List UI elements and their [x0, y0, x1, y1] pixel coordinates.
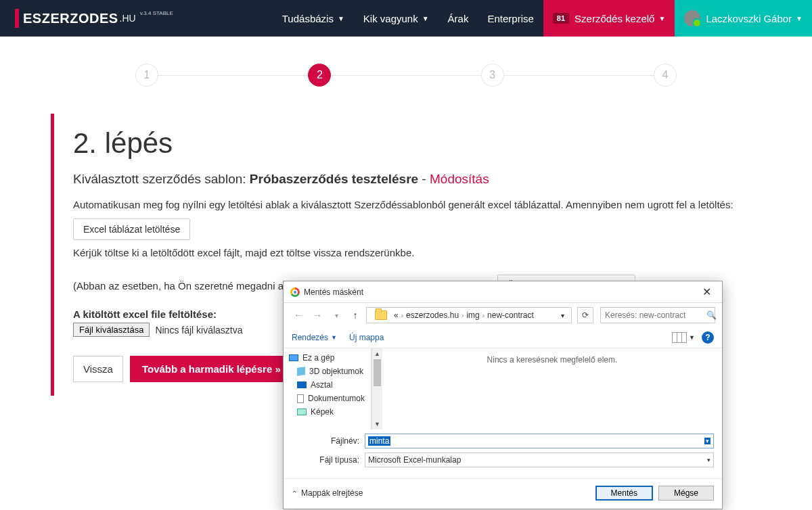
- step-1[interactable]: 1: [135, 64, 158, 87]
- scroll-thumb[interactable]: [374, 359, 381, 386]
- desktop-icon: [297, 381, 307, 388]
- nav-up-icon[interactable]: ↑: [347, 307, 363, 323]
- nav-szerzodes-kezelo[interactable]: 81 Szerződés kezelő ▼: [543, 0, 675, 37]
- caret-down-icon: ▼: [338, 15, 344, 22]
- filetype-select[interactable]: Microsoft Excel-munkalap ▾: [365, 453, 714, 467]
- crumb-item[interactable]: new-contract: [487, 310, 534, 320]
- tree-item-pc[interactable]: Ez a gép: [288, 351, 367, 365]
- new-folder-button[interactable]: Új mappa: [349, 333, 384, 342]
- save-as-dialog: Mentés másként ✕ ← → ▾ ↑ « › eszerzodes.…: [283, 281, 723, 509]
- nav-tudasbazis[interactable]: Tudásbázis ▼: [273, 0, 354, 37]
- step-2[interactable]: 2: [308, 64, 331, 87]
- sort-label: Rendezés: [292, 333, 328, 342]
- fillout-paragraph: Kérjük töltse ki a letöltődött excel fáj…: [73, 246, 761, 260]
- nav-label: Árak: [448, 13, 469, 24]
- back-button[interactable]: Vissza: [73, 356, 123, 382]
- dialog-toolbar: Rendezés ▼ Új mappa ▼ ?: [284, 327, 722, 348]
- stepper: 1 2 3 4: [135, 64, 677, 87]
- scroll-up-icon[interactable]: ▲: [372, 348, 382, 359]
- search-icon[interactable]: 🔍: [706, 310, 717, 320]
- stepper-line: [147, 75, 665, 76]
- pictures-icon: [297, 409, 307, 415]
- save-button[interactable]: Mentés: [595, 486, 653, 501]
- tree-item-3d[interactable]: 3D objektumok: [288, 365, 367, 378]
- dialog-titlebar[interactable]: Mentés másként ✕: [284, 281, 722, 303]
- file-choose-button[interactable]: Fájl kiválasztása: [73, 323, 150, 337]
- logo-accent-bar: [15, 9, 19, 28]
- next-button[interactable]: Tovább a harmadik lépésre »: [130, 356, 293, 382]
- chevron-up-icon: ⌃: [292, 490, 297, 497]
- logo-text: ESZERZODES: [23, 11, 118, 26]
- filename-input[interactable]: minta ▾: [365, 434, 714, 448]
- avatar-icon: [684, 10, 700, 26]
- breadcrumb-dropdown-icon[interactable]: ▾: [558, 312, 567, 319]
- chevron-right-icon: ›: [482, 312, 484, 319]
- nav-label: Szerződés kezelő: [574, 13, 654, 24]
- caret-down-icon: ▼: [658, 15, 665, 22]
- tree-scrollbar[interactable]: ▲ ▼: [371, 348, 382, 430]
- crumb-item[interactable]: eszerzodes.hu: [406, 310, 459, 320]
- count-badge: 81: [553, 13, 569, 24]
- file-list-empty: Nincs a keresésnek megfelelő elem.: [382, 348, 722, 430]
- nav-label: Tudásbázis: [282, 13, 334, 24]
- dropdown-icon[interactable]: ▾: [707, 457, 710, 463]
- excel-download-button[interactable]: Excel táblázat letöltése: [73, 218, 190, 240]
- subtitle-prefix: Kiválasztott szerződés sablon:: [73, 172, 250, 186]
- dialog-footer: ⌃ Mappák elrejtése Mentés Mégse: [284, 478, 722, 509]
- breadcrumb[interactable]: « › eszerzodes.hu › img › new-contract ▾: [366, 307, 572, 323]
- cancel-button[interactable]: Mégse: [658, 486, 714, 501]
- crumb-ellipsis: «: [394, 310, 399, 320]
- tree-item-documents[interactable]: Dokumentumok: [288, 392, 367, 405]
- nav-arak[interactable]: Árak: [438, 0, 478, 37]
- hide-folders-label: Mappák elrejtése: [301, 488, 363, 498]
- filetype-label: Fájl típusa:: [292, 455, 359, 465]
- folder-tree[interactable]: Ez a gép 3D objektumok Asztal Dokumentum…: [284, 348, 371, 430]
- hide-folders-toggle[interactable]: ⌃ Mappák elrejtése: [292, 488, 363, 498]
- step-4[interactable]: 4: [654, 64, 677, 87]
- tree-label: Asztal: [311, 380, 333, 390]
- tree-label: 3D objektumok: [309, 367, 363, 376]
- chrome-icon: [290, 287, 300, 297]
- scroll-down-icon[interactable]: ▼: [372, 419, 382, 430]
- logo[interactable]: ESZERZODES .HU v.3.4 STABLE: [0, 9, 173, 28]
- modify-link[interactable]: Módosítás: [430, 172, 489, 186]
- caret-down-icon: ▼: [796, 15, 803, 22]
- nav-label: Kik vagyunk: [363, 13, 418, 24]
- filename-value: minta: [368, 436, 390, 446]
- template-name: Próbaszerződés tesztelésre: [250, 172, 418, 186]
- chevron-right-icon: ›: [461, 312, 464, 319]
- document-icon: [297, 394, 304, 403]
- top-nav: Tudásbázis ▼ Kik vagyunk ▼ Árak Enterpri…: [273, 0, 812, 37]
- step-3[interactable]: 3: [481, 64, 504, 87]
- version-badge: v.3.4 STABLE: [140, 10, 173, 16]
- search-box[interactable]: 🔍: [600, 307, 715, 323]
- view-icon: [672, 332, 687, 343]
- user-name: Laczkovszki Gábor: [706, 13, 792, 24]
- nav-enterprise[interactable]: Enterprise: [478, 0, 543, 37]
- nav-recent-icon[interactable]: ▾: [328, 307, 344, 323]
- nav-forward-icon[interactable]: →: [309, 307, 325, 323]
- dialog-body: Ez a gép 3D objektumok Asztal Dokumentum…: [284, 348, 722, 430]
- logo-suffix: .HU: [120, 13, 136, 24]
- tree-item-desktop[interactable]: Asztal: [288, 378, 367, 392]
- search-input[interactable]: [605, 310, 706, 320]
- nav-user-menu[interactable]: Laczkovszki Gábor ▼: [675, 0, 812, 37]
- filename-label: Fájlnév:: [292, 436, 359, 446]
- subtitle-sep: -: [418, 172, 430, 186]
- close-icon[interactable]: ✕: [698, 285, 715, 298]
- nav-kik-vagyunk[interactable]: Kik vagyunk ▼: [354, 0, 438, 37]
- crumb-item[interactable]: img: [466, 310, 479, 320]
- dropdown-icon[interactable]: ▾: [704, 438, 710, 444]
- tree-label: Képek: [311, 407, 334, 417]
- nav-back-icon[interactable]: ←: [290, 307, 307, 323]
- caret-down-icon: ▼: [422, 15, 429, 22]
- help-icon[interactable]: ?: [702, 331, 714, 344]
- view-mode-button[interactable]: ▼: [672, 332, 695, 343]
- refresh-icon[interactable]: ⟳: [577, 307, 593, 323]
- pc-icon: [289, 354, 298, 361]
- sort-button[interactable]: Rendezés ▼: [292, 333, 337, 342]
- header-bar: ESZERZODES .HU v.3.4 STABLE Tudásbázis ▼…: [0, 0, 812, 37]
- tree-item-pictures[interactable]: Képek: [288, 405, 367, 419]
- tree-label: Dokumentumok: [308, 394, 365, 403]
- template-subtitle: Kiválasztott szerződés sablon: Próbaszer…: [73, 172, 761, 187]
